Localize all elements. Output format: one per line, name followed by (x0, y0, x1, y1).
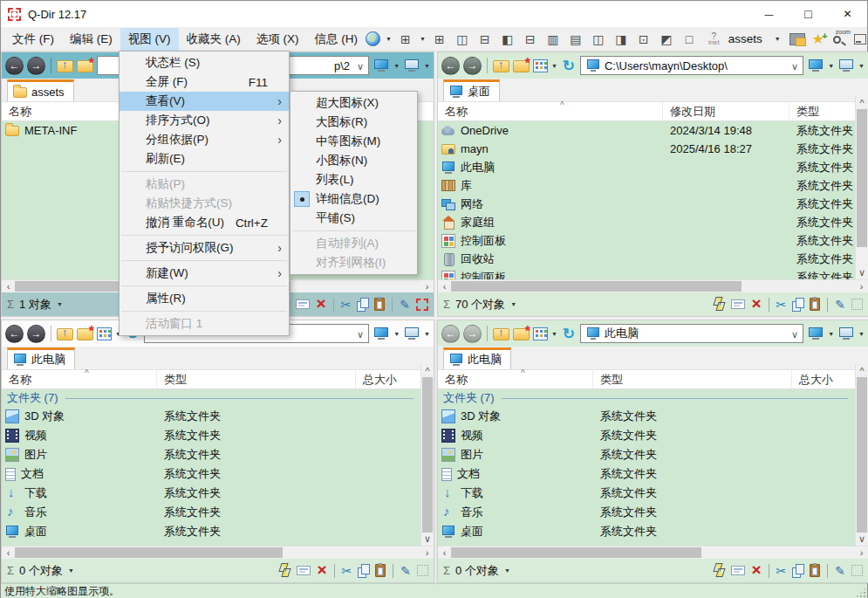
table-row[interactable]: 音乐 系统文件夹 (2, 503, 420, 522)
table-row[interactable]: 图片 系统文件夹 (438, 445, 855, 464)
view-mode-icon[interactable] (97, 327, 112, 340)
monitor-view-icon[interactable] (372, 59, 390, 72)
add-favorite-icon[interactable] (810, 33, 826, 45)
horizontal-scrollbar[interactable]: ‹ › (438, 279, 868, 292)
refresh-icon[interactable] (561, 57, 577, 75)
menu-file[interactable]: 文件 (F) (4, 28, 62, 51)
menu-item-paste[interactable]: 粘贴(P) (120, 175, 289, 194)
quick-action-icon[interactable] (715, 564, 725, 577)
layout-7-icon[interactable]: ▤ (567, 31, 584, 47)
scroll-left-icon[interactable]: ‹ (438, 546, 451, 560)
view-mode-icon[interactable] (533, 59, 548, 72)
layout-dropdown-icon[interactable]: ▼ (420, 36, 426, 42)
layout-single-icon[interactable]: □ (680, 31, 698, 47)
table-row[interactable]: 回收站 系统文件夹 (438, 250, 855, 268)
cut-icon[interactable] (341, 298, 352, 312)
table-row[interactable]: 下载 系统文件夹 (438, 484, 855, 503)
menu-item-new[interactable]: 新建(W) (120, 264, 289, 283)
menu-item-grant-access[interactable]: 授予访问权限(G) (120, 238, 289, 258)
up-folder-icon[interactable] (57, 328, 73, 340)
cut-icon[interactable] (342, 564, 352, 578)
submenu-item-large-icons[interactable]: 大图标(R) (290, 113, 417, 132)
browser-globe-icon[interactable] (366, 31, 380, 46)
monitor-dropdown-icon[interactable]: ▼ (828, 63, 834, 69)
menu-item-group-by[interactable]: 分组依据(P) (120, 130, 289, 149)
menu-info[interactable]: 信息 (H) (307, 28, 366, 51)
submenu-item-small-icons[interactable]: 小图标(N) (290, 151, 417, 170)
layout-6-icon[interactable]: ▥ (544, 31, 562, 47)
scroll-thumb[interactable] (857, 109, 867, 247)
table-row[interactable]: 控制面板 系统文件夹 (438, 268, 855, 279)
table-row[interactable]: 文档 系统文件夹 (438, 464, 855, 484)
layout-3-icon[interactable]: ⊟ (476, 31, 494, 47)
up-folder-icon[interactable] (493, 328, 509, 340)
back-button[interactable] (441, 57, 460, 75)
horizontal-scrollbar[interactable]: ‹ › (438, 546, 868, 559)
menu-options[interactable]: 选项 (X) (249, 28, 307, 51)
table-row[interactable]: 桌面 系统文件夹 (438, 522, 855, 541)
table-row[interactable]: 控制面板 系统文件夹 (438, 231, 855, 250)
layout-8-icon[interactable]: ◫ (590, 31, 607, 47)
scroll-left-icon[interactable]: ‹ (2, 280, 15, 293)
monitor-pale-dropdown-icon[interactable]: ▼ (424, 63, 430, 69)
scroll-thumb[interactable] (15, 547, 283, 558)
close-button[interactable] (828, 1, 867, 27)
paste-icon[interactable] (810, 298, 820, 311)
quick-action-icon[interactable] (715, 298, 725, 311)
layout-1-icon[interactable]: ⊞ (431, 31, 448, 47)
submenu-item-auto-arrange[interactable]: 自动排列(A) (290, 234, 417, 253)
count-dropdown-icon[interactable]: ▼ (57, 301, 63, 307)
table-row[interactable]: mayn 2025/4/16 18:27 系统文件夹 (438, 140, 855, 158)
column-header-type[interactable]: 类型 (157, 370, 356, 388)
vertical-scrollbar[interactable]: ^ ∨ (855, 364, 868, 546)
count-dropdown-icon[interactable]: ▼ (510, 301, 516, 307)
table-row[interactable]: 3D 对象 系统文件夹 (438, 407, 855, 426)
forward-button[interactable] (463, 325, 482, 343)
tab-desktop[interactable]: 桌面 (443, 79, 500, 101)
zoom-icon[interactable]: zoom (831, 31, 847, 47)
scroll-right-icon[interactable]: › (420, 546, 434, 560)
rename-icon[interactable] (731, 299, 745, 309)
table-row[interactable]: 视频 系统文件夹 (438, 426, 855, 445)
scroll-up-icon[interactable]: ^ (856, 96, 868, 109)
submenu-item-tiles[interactable]: 平铺(S) (290, 209, 417, 228)
column-header-name[interactable]: 名称^ (2, 370, 157, 388)
up-folder-icon[interactable] (57, 60, 73, 72)
menu-item-undo-rename[interactable]: 撤消 重命名(U)Ctrl+Z (120, 213, 289, 232)
view-mode-dropdown-icon[interactable]: ▼ (551, 331, 557, 337)
edit-icon[interactable] (835, 564, 845, 578)
group-header[interactable]: 文件夹 (7) (2, 389, 420, 407)
assets-selector[interactable]: assets▼ (728, 32, 781, 45)
copy-icon[interactable] (358, 564, 369, 577)
table-row[interactable]: 库 系统文件夹 (438, 176, 855, 195)
layout-5-icon[interactable]: ⊟ (522, 31, 539, 47)
monitor-pale-dropdown-icon[interactable]: ▼ (858, 331, 865, 337)
back-button[interactable] (5, 325, 24, 343)
layout-quad-icon[interactable]: ⊞ (397, 31, 414, 47)
monitor-pale-view-icon[interactable] (403, 327, 420, 340)
scroll-up-icon[interactable]: ^ (421, 364, 434, 377)
monitor-view-icon[interactable] (807, 59, 824, 72)
column-header-name[interactable]: 名称^ (438, 370, 593, 388)
address-bar[interactable]: C:\Users\mayn\Desktop\ (580, 56, 803, 75)
forward-button[interactable] (463, 57, 482, 75)
layout-2-icon[interactable]: ◫ (454, 31, 471, 47)
table-row[interactable]: 此电脑 系统文件夹 (438, 158, 855, 176)
monitor-pale-view-icon[interactable] (837, 59, 855, 72)
monitor-pale-dropdown-icon[interactable]: ▼ (858, 63, 865, 69)
menu-item-refresh[interactable]: 刷新(E) (120, 149, 289, 168)
count-dropdown-icon[interactable]: ▼ (68, 567, 74, 574)
delete-icon[interactable] (317, 564, 326, 578)
table-row[interactable]: 音乐 系统文件夹 (438, 503, 855, 522)
monitor-dropdown-icon[interactable]: ▼ (393, 63, 400, 69)
scroll-down-icon[interactable]: ∨ (421, 533, 434, 546)
menu-edit[interactable]: 编辑 (E) (62, 28, 120, 51)
scroll-down-icon[interactable]: ∨ (856, 533, 868, 546)
monitor-pale-view-icon[interactable] (403, 59, 420, 72)
address-dropdown-icon[interactable] (357, 327, 364, 340)
table-row[interactable]: 网络 系统文件夹 (438, 195, 855, 213)
scroll-down-icon[interactable]: ∨ (856, 266, 868, 279)
menu-favorites[interactable]: 收藏夹 (A) (179, 28, 249, 51)
scroll-left-icon[interactable]: ‹ (438, 280, 451, 293)
select-mode-icon[interactable] (417, 565, 428, 576)
